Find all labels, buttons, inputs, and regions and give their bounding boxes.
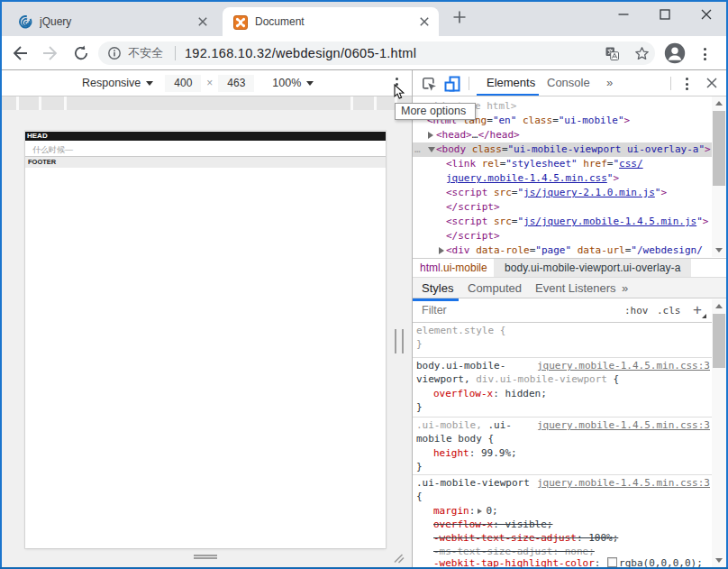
- more-sidebar-tabs-icon[interactable]: »: [622, 278, 628, 298]
- color-swatch[interactable]: [607, 557, 617, 567]
- breadcrumb-html[interactable]: html.ui-mobile: [420, 259, 487, 278]
- scroll-down-icon[interactable]: [712, 243, 726, 257]
- dom-tree-scrollbar[interactable]: [712, 96, 726, 257]
- tab-close-icon[interactable]: [196, 14, 210, 29]
- code-link: js/jquery-2.1.0.min.js: [523, 187, 655, 198]
- dom-tree-row[interactable]: </script>: [413, 200, 712, 215]
- scroll-up-icon[interactable]: [712, 299, 726, 314]
- more-panels-icon[interactable]: »: [606, 70, 613, 96]
- window-maximize-button[interactable]: [656, 5, 674, 23]
- css-selector-line[interactable]: }: [413, 400, 712, 414]
- devtools-menu-icon[interactable]: [680, 70, 693, 96]
- window-minimize-button[interactable]: [614, 5, 632, 23]
- page-info-icon[interactable]: [108, 47, 121, 60]
- forward-button[interactable]: [41, 44, 59, 62]
- browser-menu-icon[interactable]: [697, 41, 712, 66]
- scrollbar-thumb[interactable]: [713, 314, 725, 368]
- dot: [396, 78, 398, 80]
- disclosure-right-icon[interactable]: [428, 132, 433, 139]
- css-text: mobile body {: [416, 433, 494, 445]
- code-sel: }: [416, 401, 423, 413]
- dom-tree-row[interactable]: …<body class="ui-mobile-viewport ui-over…: [413, 142, 712, 157]
- tab-computed[interactable]: Computed: [468, 278, 522, 298]
- css-selector-line[interactable]: .ui-mobile-viewportjquery.mobile-1.4.5.m…: [413, 476, 712, 490]
- dom-tree-row[interactable]: <head>…</head>: [413, 128, 712, 142]
- viewport-resize-handle-bottom[interactable]: [194, 555, 217, 559]
- toggle-device-toolbar-icon[interactable]: [444, 76, 460, 92]
- scrollbar-thumb[interactable]: [713, 111, 725, 186]
- dom-tree-row[interactable]: <script src="js/jquery-2.1.0.min.js">: [413, 186, 712, 200]
- breadcrumb-body-selected[interactable]: body.ui-mobile-viewport.ui-overlay-a: [494, 259, 691, 278]
- css-property-line[interactable]: margin:0;: [413, 504, 712, 518]
- dot: [686, 87, 688, 90]
- devtools-close-icon[interactable]: [705, 77, 718, 89]
- viewport-width-input[interactable]: 400: [165, 75, 201, 92]
- translate-icon[interactable]: [605, 47, 619, 60]
- expand-shorthand-icon[interactable]: [478, 509, 482, 514]
- dom-tree-row[interactable]: </script>: [413, 229, 712, 243]
- toggle-hover-state-button[interactable]: :hov: [624, 299, 649, 322]
- scroll-down-icon[interactable]: [712, 553, 726, 567]
- tab-jquery[interactable]: jQuery: [7, 7, 223, 36]
- tab-close-icon[interactable]: [417, 14, 432, 29]
- bookmark-star-icon[interactable]: [634, 46, 650, 61]
- dom-tree-row[interactable]: <div data-role="page" data-url="/webdesi…: [413, 243, 712, 257]
- tab-console[interactable]: Console: [547, 70, 590, 96]
- css-selector-line[interactable]: element.style {: [413, 324, 712, 337]
- css-text: body.ui-mobile-: [416, 360, 505, 372]
- new-tab-button[interactable]: [450, 8, 469, 26]
- code-tag: >: [613, 172, 619, 184]
- dom-node-text: <div data-role="page" data-url="/webdesi…: [446, 243, 703, 257]
- dom-tree-row[interactable]: jquery.mobile-1.4.5.min.css">: [413, 171, 712, 186]
- dot: [704, 48, 706, 50]
- toggle-class-button[interactable]: .cls: [657, 299, 681, 322]
- disclosure-right-icon[interactable]: [439, 247, 444, 254]
- viewport-resize-handle-right[interactable]: [395, 329, 404, 353]
- css-text: .ui-mobile-viewport: [416, 477, 530, 489]
- node-menu-icon[interactable]: …: [414, 142, 421, 157]
- css-selector-line[interactable]: mobile body {: [413, 432, 712, 445]
- disclosure-down-icon[interactable]: [428, 147, 435, 152]
- viewport-resize-handle-corner[interactable]: [393, 552, 405, 564]
- code-prop: overflow-x: [433, 388, 493, 399]
- css-selector-line[interactable]: viewport, div.ui-mobile-viewport {: [413, 372, 712, 386]
- profile-avatar-icon[interactable]: [664, 42, 686, 64]
- css-text: }: [416, 338, 423, 350]
- css-selector-line[interactable]: }: [413, 460, 712, 473]
- page-text-input[interactable]: 什么时候—: [25, 141, 386, 157]
- active-tab-underline: [413, 298, 459, 301]
- stylesheet-link[interactable]: jquery.mobile-1.4.5.min.css:3: [537, 476, 710, 490]
- tab-styles[interactable]: Styles: [422, 278, 453, 298]
- css-selector-line[interactable]: }: [413, 337, 712, 351]
- scroll-up-icon[interactable]: [712, 96, 726, 111]
- stylesheet-link[interactable]: jquery.mobile-1.4.5.min.css:3: [537, 418, 710, 432]
- inspect-element-icon[interactable]: [421, 76, 437, 92]
- tab-event-listeners[interactable]: Event Listeners: [535, 278, 616, 298]
- css-selector-line[interactable]: {: [413, 490, 712, 503]
- code-sel: {: [607, 373, 619, 385]
- dom-tree-row[interactable]: <link rel="stylesheet" href="css/: [413, 157, 712, 171]
- code-tag: </script>: [446, 201, 500, 213]
- media-query-bar[interactable]: [0, 96, 412, 110]
- zoom-select[interactable]: 100%: [272, 77, 314, 89]
- tab-elements[interactable]: Elements: [487, 70, 535, 96]
- dom-tree-row[interactable]: <script src="js/jquery.mobile-1.4.5.min.…: [413, 215, 712, 229]
- css-property-line[interactable]: height: 99.9%;: [413, 446, 712, 460]
- device-mode-select[interactable]: Responsive: [82, 77, 153, 89]
- reload-button[interactable]: [72, 44, 90, 62]
- address-bar[interactable]: 不安全 192.168.10.32/webdesign/0605-1.html: [98, 41, 655, 65]
- css-property-line[interactable]: -webkit-text-size-adjust: 100%;: [413, 531, 712, 545]
- css-selector-line[interactable]: body.ui-mobile-jquery.mobile-1.4.5.min.c…: [413, 359, 712, 372]
- url-text[interactable]: 192.168.10.32/webdesign/0605-1.html: [185, 46, 605, 60]
- stylesheet-link[interactable]: jquery.mobile-1.4.5.min.css:3: [537, 359, 710, 372]
- new-style-rule-button[interactable]: +: [688, 301, 706, 319]
- styles-scrollbar[interactable]: [712, 299, 726, 567]
- css-selector-line[interactable]: .ui-mobile, .ui-jquery.mobile-1.4.5.min.…: [413, 418, 712, 432]
- css-property-line[interactable]: overflow-x: visible;: [413, 518, 712, 531]
- back-button[interactable]: [11, 44, 29, 62]
- tab-document[interactable]: Document: [223, 7, 439, 36]
- viewport-height-input[interactable]: 463: [218, 75, 254, 92]
- window-close-button[interactable]: [697, 5, 715, 23]
- css-property-line[interactable]: overflow-x: hidden;: [413, 387, 712, 400]
- styles-filter-input[interactable]: Filter: [422, 303, 611, 318]
